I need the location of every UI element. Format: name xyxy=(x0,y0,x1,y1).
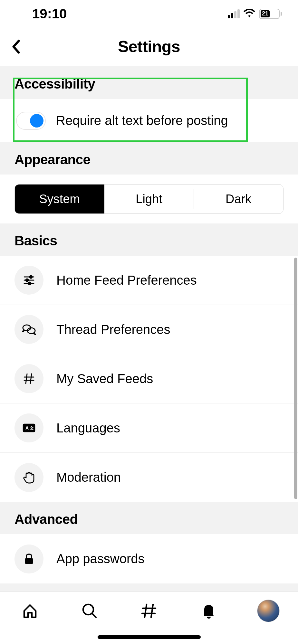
svg-line-9 xyxy=(30,374,32,384)
hand-icon xyxy=(14,463,43,492)
appearance-light-button[interactable]: Light xyxy=(104,185,194,213)
nav-header: Settings xyxy=(0,27,298,66)
chevron-left-icon xyxy=(12,40,21,54)
appearance-segmented-control: System Light Dark xyxy=(14,184,284,214)
section-header-basics: Basics xyxy=(0,223,298,256)
tab-notifications[interactable] xyxy=(197,600,220,622)
bell-icon xyxy=(200,602,218,620)
tab-search[interactable] xyxy=(78,600,101,622)
svg-line-18 xyxy=(145,604,147,617)
svg-point-4 xyxy=(26,279,28,281)
status-icons: 21 xyxy=(228,9,282,19)
languages-row[interactable]: A文 Languages xyxy=(0,403,298,453)
my-saved-feeds-row[interactable]: My Saved Feeds xyxy=(0,354,298,403)
home-icon xyxy=(21,602,39,620)
wifi-icon xyxy=(244,9,255,18)
svg-line-17 xyxy=(92,613,96,617)
thread-preferences-label: Thread Preferences xyxy=(56,322,170,337)
require-alt-text-toggle[interactable] xyxy=(16,112,46,130)
svg-point-3 xyxy=(30,276,32,278)
home-feed-preferences-label: Home Feed Preferences xyxy=(56,273,197,288)
require-alt-text-label: Require alt text before posting xyxy=(56,113,228,128)
svg-text:文: 文 xyxy=(29,426,34,431)
section-header-appearance: Appearance xyxy=(0,142,298,175)
app-passwords-row[interactable]: App passwords xyxy=(0,534,298,583)
hash-icon xyxy=(140,602,158,620)
page-title: Settings xyxy=(118,37,180,56)
tab-bar xyxy=(0,592,298,644)
scroll-indicator[interactable] xyxy=(294,258,297,499)
status-time: 19:10 xyxy=(32,6,67,22)
search-icon xyxy=(81,602,99,620)
svg-line-8 xyxy=(26,374,27,384)
cellular-icon xyxy=(228,9,240,18)
avatar xyxy=(257,600,280,622)
app-passwords-label: App passwords xyxy=(56,552,144,566)
chat-bubbles-icon xyxy=(14,315,43,344)
my-saved-feeds-label: My Saved Feeds xyxy=(56,372,153,386)
back-button[interactable] xyxy=(6,37,26,56)
tab-feeds[interactable] xyxy=(138,600,160,622)
svg-point-5 xyxy=(28,282,31,285)
section-header-advanced: Advanced xyxy=(0,502,298,534)
svg-text:A: A xyxy=(25,425,29,431)
appearance-dark-button[interactable]: Dark xyxy=(194,185,283,213)
sliders-icon xyxy=(14,266,43,295)
moderation-label: Moderation xyxy=(56,470,121,485)
tab-home[interactable] xyxy=(19,600,41,622)
language-icon: A文 xyxy=(14,413,43,442)
home-feed-preferences-row[interactable]: Home Feed Preferences xyxy=(0,256,298,305)
battery-icon: 21 xyxy=(259,9,282,19)
lock-icon xyxy=(14,545,43,573)
status-bar: 19:10 21 xyxy=(0,0,298,27)
appearance-system-button[interactable]: System xyxy=(15,185,104,213)
thread-preferences-row[interactable]: Thread Preferences xyxy=(0,305,298,354)
section-header-accessibility: Accessibility xyxy=(0,66,298,99)
home-indicator xyxy=(98,635,201,639)
moderation-row[interactable]: Moderation xyxy=(0,453,298,502)
hash-icon xyxy=(14,364,43,393)
svg-rect-15 xyxy=(25,558,33,564)
languages-label: Languages xyxy=(56,421,120,435)
require-alt-text-row[interactable]: Require alt text before posting xyxy=(0,99,298,142)
svg-line-19 xyxy=(151,604,153,617)
tab-profile[interactable] xyxy=(257,600,280,622)
